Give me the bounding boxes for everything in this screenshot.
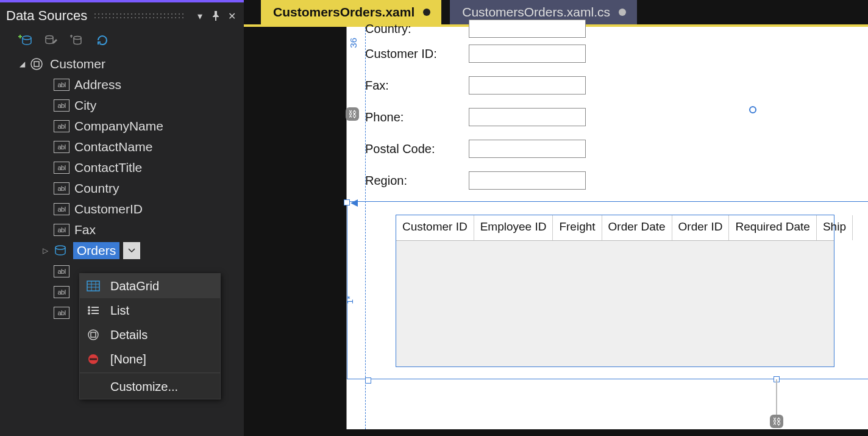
anchor-line — [776, 379, 777, 415]
form-row: Postal Code: — [365, 133, 865, 165]
svg-point-17 — [88, 330, 98, 340]
row-size-star: 1* — [345, 296, 355, 304]
svg-point-1 — [46, 36, 53, 39]
dropdown-item-customize[interactable]: Customize... — [80, 374, 220, 399]
data-sources-toolbar — [0, 29, 244, 54]
panel-header: Data Sources ▾ ✕ — [0, 2, 244, 29]
svg-point-0 — [23, 36, 31, 40]
form-row: Fax: — [365, 70, 865, 101]
form-label: Postal Code: — [365, 142, 469, 156]
svg-point-5 — [55, 246, 65, 249]
resize-handle[interactable] — [344, 199, 350, 205]
field-icon: abl — [54, 285, 69, 299]
tree-node-customer[interactable]: ◢ Customer — [12, 54, 244, 74]
field-icon: abl — [54, 161, 69, 174]
close-icon[interactable]: ✕ — [226, 10, 238, 22]
datagrid-header-row: Customer IDEmployee IDFreightOrder DateO… — [396, 215, 834, 241]
form-label: Phone: — [365, 110, 469, 124]
tree-node-field[interactable]: ablFax — [12, 220, 244, 240]
form-input[interactable] — [469, 45, 586, 63]
tree-node-field[interactable]: ablContactTitle — [12, 157, 244, 178]
tree-node-orders[interactable]: ▷ Orders — [12, 240, 244, 261]
field-icon: abl — [54, 306, 69, 320]
dropdown-item-list[interactable]: List — [80, 298, 220, 323]
panel-grip[interactable] — [93, 12, 185, 20]
datagrid-column-header[interactable]: Order Date — [602, 215, 672, 240]
panel-menu-dropdown-icon[interactable]: ▾ — [194, 10, 206, 22]
expand-collapse-icon[interactable]: ▷ — [40, 246, 50, 255]
entity-icon — [29, 57, 45, 71]
svg-rect-18 — [91, 332, 96, 337]
form-label: Country: — [365, 22, 469, 36]
tab-label: CustomersOrders.xaml.cs — [462, 5, 610, 20]
form-input[interactable] — [469, 108, 586, 126]
field-icon: abl — [54, 99, 69, 112]
resize-handle[interactable] — [365, 377, 371, 384]
tree-node-field[interactable]: ablContactName — [12, 137, 244, 157]
form-row: Region: — [365, 165, 865, 196]
form-label: Region: — [365, 174, 469, 188]
tree-node-label: Orders — [73, 242, 119, 259]
datagrid-column-header[interactable]: Required Date — [729, 215, 817, 240]
data-sources-panel: Data Sources ▾ ✕ — [0, 0, 244, 436]
xaml-designer-canvas[interactable]: 36 ⛓ Country:Customer ID:Fax:Phone:Posta… — [346, 27, 868, 429]
form-input[interactable] — [469, 20, 586, 38]
datagrid-icon — [85, 279, 102, 293]
tree-node-label: Country — [74, 181, 119, 196]
dropdown-item-datagrid[interactable]: DataGrid — [80, 274, 220, 298]
panel-title: Data Sources — [6, 8, 87, 24]
tree-node-field[interactable]: ablCity — [12, 95, 244, 116]
blank-icon — [85, 379, 102, 394]
tree-node-label: CustomerID — [74, 202, 143, 216]
dropdown-item-none[interactable]: [None] — [80, 347, 220, 371]
dropdown-item-details[interactable]: Details — [80, 323, 220, 347]
configure-data-source-icon[interactable] — [69, 33, 84, 48]
link-badge-icon[interactable]: ⛓ — [770, 415, 783, 428]
orders-datagrid[interactable]: Customer IDEmployee IDFreightOrder DateO… — [396, 215, 834, 367]
form-row: Country: — [365, 20, 865, 38]
tree-node-field[interactable]: ablAddress — [12, 74, 244, 95]
datagrid-column-header[interactable]: Customer ID — [396, 215, 474, 240]
dropdown-item-label: Details — [110, 328, 148, 342]
datagrid-column-header[interactable]: Ship — [817, 215, 853, 240]
svg-point-2 — [74, 37, 81, 40]
form-input[interactable] — [469, 140, 586, 158]
svg-rect-16 — [91, 313, 99, 314]
details-icon — [85, 327, 102, 342]
datagrid-column-header[interactable]: Employee ID — [474, 215, 553, 240]
edit-data-source-icon[interactable] — [44, 33, 59, 48]
tree-node-label: ContactName — [74, 140, 152, 154]
tree-node-label: ContactTitle — [74, 160, 142, 175]
tree-node-field[interactable]: ablCountry — [12, 178, 244, 199]
dropdown-separator — [80, 373, 220, 373]
svg-point-11 — [88, 306, 90, 309]
ruler-mark: 36 — [348, 38, 358, 48]
selection-rotate-icon[interactable] — [749, 106, 756, 113]
dropdown-item-label: DataGrid — [110, 279, 159, 293]
link-badge-icon[interactable]: ⛓ — [346, 107, 359, 121]
field-icon: abl — [54, 140, 69, 154]
expand-collapse-icon[interactable]: ◢ — [17, 60, 27, 68]
tree-node-label: City — [74, 98, 96, 113]
collection-icon — [52, 244, 68, 257]
field-icon: abl — [54, 120, 69, 133]
svg-rect-14 — [91, 310, 99, 311]
tree-node-label: Fax — [74, 223, 96, 237]
tree-node-label: CompanyName — [74, 119, 163, 134]
orders-dropdown-button[interactable] — [123, 242, 140, 259]
tree-node-field[interactable]: ablCustomerID — [12, 199, 244, 220]
tree-node-field[interactable]: ablCompanyName — [12, 116, 244, 137]
list-icon — [85, 303, 102, 318]
form-input[interactable] — [469, 171, 586, 190]
field-icon: abl — [54, 78, 69, 91]
datagrid-column-header[interactable]: Order ID — [672, 215, 730, 240]
refresh-icon[interactable] — [95, 33, 110, 48]
field-icon: abl — [54, 265, 69, 278]
datagrid-column-header[interactable]: Freight — [553, 215, 602, 240]
form-input[interactable] — [469, 76, 586, 95]
orders-control-dropdown: DataGrid List Details — [79, 273, 221, 399]
field-icon: abl — [54, 223, 69, 237]
pin-icon[interactable] — [210, 10, 222, 22]
add-data-source-icon[interactable] — [18, 33, 33, 48]
field-icon: abl — [54, 182, 69, 195]
